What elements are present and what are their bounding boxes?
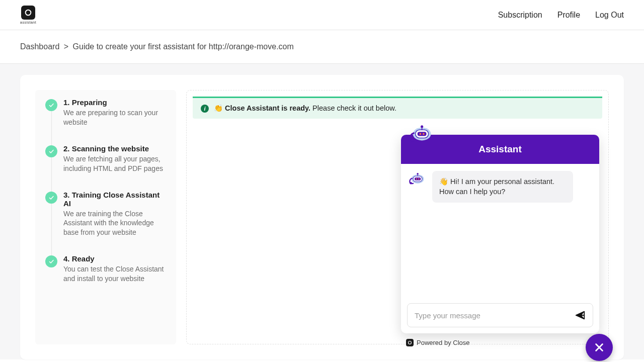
steps-panel: 1. Preparing We are preparing to scan yo… xyxy=(35,90,176,344)
alert-text: 👏 Close Assistant is ready. Please check… xyxy=(214,104,396,113)
svg-point-6 xyxy=(421,125,423,128)
alert-emoji: 👏 xyxy=(214,104,223,112)
content-card: 1. Preparing We are preparing to scan yo… xyxy=(20,75,624,359)
nav-logout[interactable]: Log Out xyxy=(595,11,624,20)
page: 1. Preparing We are preparing to scan yo… xyxy=(0,64,644,359)
logo[interactable]: assistant xyxy=(20,6,36,24)
svg-point-13 xyxy=(418,178,419,179)
powered-text: Powered by Close xyxy=(417,339,470,346)
chat-input[interactable] xyxy=(415,311,569,320)
svg-point-0 xyxy=(26,10,31,16)
step-desc: We are preparing to scan your website xyxy=(63,108,166,127)
breadcrumb-dashboard[interactable]: Dashboard xyxy=(20,42,59,51)
step-scanning: 2. Scanning the website We are fetching … xyxy=(45,144,166,191)
ready-alert: i 👏 Close Assistant is ready. Please che… xyxy=(193,97,602,119)
step-desc: You can test the Close Assistant and ins… xyxy=(63,264,166,284)
chat-greeting: 👋 Hi! I am your personal assistant. How … xyxy=(432,171,573,203)
robot-icon xyxy=(408,171,426,190)
step-title: 2. Scanning the website xyxy=(63,144,166,153)
info-icon: i xyxy=(201,105,209,113)
robot-icon xyxy=(408,123,434,149)
chat-input-row xyxy=(407,303,593,327)
chat-body: 👋 Hi! I am your personal assistant. How … xyxy=(401,164,599,298)
svg-point-17 xyxy=(409,341,412,344)
svg-point-16 xyxy=(410,182,412,185)
topbar: assistant Subscription Profile Log Out xyxy=(0,0,644,30)
step-title: 1. Preparing xyxy=(63,98,166,107)
svg-point-5 xyxy=(423,133,425,135)
check-icon xyxy=(45,99,57,111)
check-icon xyxy=(45,145,57,157)
step-desc: We are training the Close Assistant with… xyxy=(63,209,166,238)
nav-subscription[interactable]: Subscription xyxy=(498,11,542,20)
logo-caption: assistant xyxy=(20,21,36,24)
svg-point-8 xyxy=(411,138,414,142)
svg-point-12 xyxy=(416,178,417,179)
close-chat-button[interactable] xyxy=(586,334,613,361)
breadcrumb-sep: > xyxy=(64,42,68,51)
breadcrumb-current: Guide to create your first assistant for… xyxy=(73,42,294,51)
nav-links: Subscription Profile Log Out xyxy=(498,11,624,20)
svg-point-4 xyxy=(420,133,422,135)
step-ready: 4. Ready You can test the Close Assistan… xyxy=(45,254,166,284)
alert-rest: Please check it out below. xyxy=(310,104,396,112)
svg-point-14 xyxy=(417,173,419,175)
svg-rect-11 xyxy=(415,177,421,180)
step-title: 3. Training Close Assistant AI xyxy=(63,191,166,208)
svg-rect-3 xyxy=(418,132,427,136)
chat-header: Assistant xyxy=(401,135,599,164)
check-icon xyxy=(45,192,57,204)
step-title: 4. Ready xyxy=(63,254,166,263)
alert-strong: Close Assistant is ready. xyxy=(225,104,310,112)
step-training: 3. Training Close Assistant AI We are tr… xyxy=(45,191,166,255)
chat-widget: Assistant xyxy=(401,135,599,333)
powered-by[interactable]: Powered by Close xyxy=(406,339,470,346)
nav-profile[interactable]: Profile xyxy=(557,11,580,20)
preview-panel: i 👏 Close Assistant is ready. Please che… xyxy=(186,90,609,344)
send-button[interactable] xyxy=(575,310,586,321)
step-desc: We are fetching all your pages, includin… xyxy=(63,154,166,173)
logo-icon xyxy=(406,339,414,346)
check-icon xyxy=(45,255,57,267)
step-preparing: 1. Preparing We are preparing to scan yo… xyxy=(45,98,166,144)
breadcrumb: Dashboard > Guide to create your first a… xyxy=(0,30,644,64)
logo-icon xyxy=(21,6,35,20)
chat-title: Assistant xyxy=(478,144,522,154)
